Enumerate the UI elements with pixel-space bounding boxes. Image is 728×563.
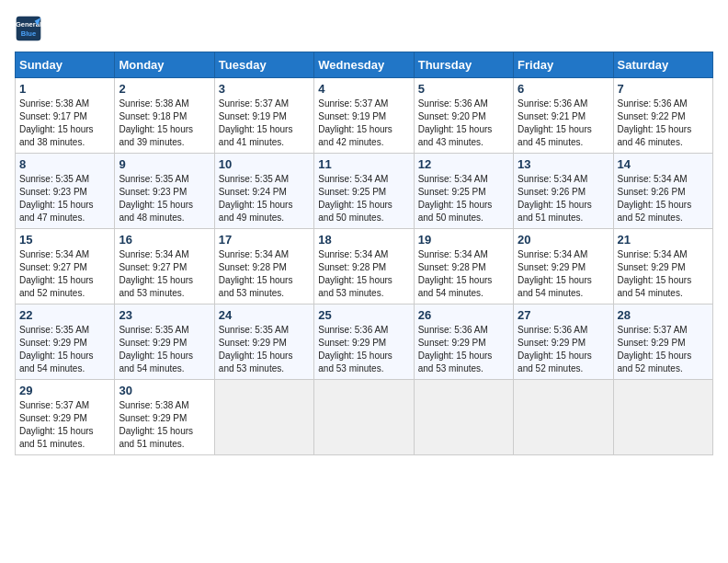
sunset-text: Sunset: 9:25 PM bbox=[318, 187, 386, 197]
sunrise-text: Sunrise: 5:37 AM bbox=[19, 400, 89, 410]
calendar-day-cell: 29Sunrise: 5:37 AMSunset: 9:29 PMDayligh… bbox=[16, 380, 115, 455]
sunset-text: Sunset: 9:21 PM bbox=[518, 111, 586, 121]
day-info: Sunrise: 5:38 AMSunset: 9:17 PMDaylight:… bbox=[19, 98, 110, 149]
sunrise-text: Sunrise: 5:36 AM bbox=[518, 325, 587, 335]
day-number: 23 bbox=[119, 308, 210, 322]
sunset-text: Sunset: 9:23 PM bbox=[19, 187, 87, 197]
sunrise-text: Sunrise: 5:34 AM bbox=[518, 249, 587, 259]
calendar-day-cell: 9Sunrise: 5:35 AMSunset: 9:23 PMDaylight… bbox=[115, 154, 214, 229]
day-number: 11 bbox=[318, 157, 409, 171]
daylight-text: Daylight: 15 hours and 52 minutes. bbox=[618, 200, 692, 223]
sunset-text: Sunset: 9:19 PM bbox=[318, 111, 386, 121]
calendar-day-cell: 28Sunrise: 5:37 AMSunset: 9:29 PMDayligh… bbox=[613, 304, 712, 380]
calendar-day-cell: 18Sunrise: 5:34 AMSunset: 9:28 PMDayligh… bbox=[314, 229, 414, 304]
header-day: Saturday bbox=[613, 52, 712, 78]
sunset-text: Sunset: 9:29 PM bbox=[518, 338, 586, 348]
calendar-day-cell: 8Sunrise: 5:35 AMSunset: 9:23 PMDaylight… bbox=[16, 154, 115, 229]
calendar-header: SundayMondayTuesdayWednesdayThursdayFrid… bbox=[16, 52, 713, 78]
sunset-text: Sunset: 9:29 PM bbox=[418, 338, 486, 348]
day-number: 30 bbox=[119, 384, 210, 397]
sunrise-text: Sunrise: 5:36 AM bbox=[618, 98, 688, 109]
day-info: Sunrise: 5:34 AMSunset: 9:25 PMDaylight:… bbox=[318, 173, 409, 224]
day-number: 3 bbox=[219, 82, 310, 96]
daylight-text: Daylight: 15 hours and 46 minutes. bbox=[618, 124, 692, 147]
sunset-text: Sunset: 9:23 PM bbox=[119, 187, 187, 197]
day-number: 21 bbox=[618, 233, 709, 247]
header-day: Tuesday bbox=[214, 52, 313, 78]
sunrise-text: Sunrise: 5:38 AM bbox=[19, 98, 89, 109]
day-info: Sunrise: 5:36 AMSunset: 9:29 PMDaylight:… bbox=[518, 324, 609, 375]
day-number: 19 bbox=[418, 233, 509, 247]
calendar-day-cell: 22Sunrise: 5:35 AMSunset: 9:29 PMDayligh… bbox=[16, 304, 115, 380]
logo: General Blue bbox=[15, 15, 46, 42]
sunset-text: Sunset: 9:29 PM bbox=[518, 262, 586, 272]
sunset-text: Sunset: 9:29 PM bbox=[318, 338, 386, 348]
calendar-day-cell: 23Sunrise: 5:35 AMSunset: 9:29 PMDayligh… bbox=[115, 304, 214, 380]
header-day: Thursday bbox=[414, 52, 513, 78]
daylight-text: Daylight: 15 hours and 43 minutes. bbox=[418, 124, 493, 147]
calendar-day-cell: 19Sunrise: 5:34 AMSunset: 9:28 PMDayligh… bbox=[414, 229, 513, 304]
day-info: Sunrise: 5:34 AMSunset: 9:28 PMDaylight:… bbox=[219, 248, 310, 300]
header-row: SundayMondayTuesdayWednesdayThursdayFrid… bbox=[16, 52, 713, 78]
calendar-day-cell: 7Sunrise: 5:36 AMSunset: 9:22 PMDaylight… bbox=[613, 78, 712, 154]
day-number: 1 bbox=[19, 82, 110, 96]
day-number: 18 bbox=[318, 233, 409, 247]
header-day: Monday bbox=[115, 52, 214, 78]
daylight-text: Daylight: 15 hours and 52 minutes. bbox=[618, 350, 692, 373]
daylight-text: Daylight: 15 hours and 53 minutes. bbox=[219, 350, 293, 373]
calendar-day-cell: 12Sunrise: 5:34 AMSunset: 9:25 PMDayligh… bbox=[414, 154, 513, 229]
calendar-day-cell bbox=[214, 380, 313, 455]
calendar-day-cell: 3Sunrise: 5:37 AMSunset: 9:19 PMDaylight… bbox=[214, 78, 313, 154]
sunrise-text: Sunrise: 5:34 AM bbox=[119, 249, 188, 259]
calendar-day-cell: 1Sunrise: 5:38 AMSunset: 9:17 PMDaylight… bbox=[16, 78, 115, 154]
day-info: Sunrise: 5:37 AMSunset: 9:19 PMDaylight:… bbox=[219, 98, 310, 149]
day-number: 15 bbox=[19, 233, 110, 247]
calendar-day-cell: 26Sunrise: 5:36 AMSunset: 9:29 PMDayligh… bbox=[414, 304, 513, 380]
calendar-week-row: 22Sunrise: 5:35 AMSunset: 9:29 PMDayligh… bbox=[16, 304, 713, 380]
sunset-text: Sunset: 9:18 PM bbox=[119, 111, 187, 121]
day-info: Sunrise: 5:38 AMSunset: 9:18 PMDaylight:… bbox=[119, 98, 210, 149]
sunrise-text: Sunrise: 5:35 AM bbox=[119, 325, 188, 335]
sunrise-text: Sunrise: 5:34 AM bbox=[19, 249, 89, 259]
calendar-day-cell: 20Sunrise: 5:34 AMSunset: 9:29 PMDayligh… bbox=[514, 229, 613, 304]
day-number: 28 bbox=[618, 308, 709, 322]
sunset-text: Sunset: 9:26 PM bbox=[518, 187, 586, 197]
sunrise-text: Sunrise: 5:34 AM bbox=[618, 249, 688, 259]
daylight-text: Daylight: 15 hours and 49 minutes. bbox=[219, 200, 293, 223]
day-info: Sunrise: 5:35 AMSunset: 9:24 PMDaylight:… bbox=[219, 173, 310, 224]
sunrise-text: Sunrise: 5:34 AM bbox=[318, 249, 388, 259]
day-info: Sunrise: 5:34 AMSunset: 9:28 PMDaylight:… bbox=[318, 248, 409, 300]
calendar-week-row: 8Sunrise: 5:35 AMSunset: 9:23 PMDaylight… bbox=[16, 154, 713, 229]
sunset-text: Sunset: 9:29 PM bbox=[19, 338, 87, 348]
daylight-text: Daylight: 15 hours and 48 minutes. bbox=[119, 200, 193, 223]
calendar-day-cell: 25Sunrise: 5:36 AMSunset: 9:29 PMDayligh… bbox=[314, 304, 414, 380]
sunset-text: Sunset: 9:29 PM bbox=[618, 262, 686, 272]
sunset-text: Sunset: 9:26 PM bbox=[618, 187, 686, 197]
sunrise-text: Sunrise: 5:34 AM bbox=[518, 174, 587, 184]
header-day: Friday bbox=[514, 52, 613, 78]
sunrise-text: Sunrise: 5:36 AM bbox=[518, 98, 587, 109]
sunrise-text: Sunrise: 5:38 AM bbox=[119, 98, 188, 109]
day-number: 12 bbox=[418, 157, 509, 171]
day-number: 26 bbox=[418, 308, 509, 322]
day-info: Sunrise: 5:36 AMSunset: 9:21 PMDaylight:… bbox=[518, 98, 609, 149]
daylight-text: Daylight: 15 hours and 50 minutes. bbox=[418, 200, 493, 223]
day-info: Sunrise: 5:35 AMSunset: 9:23 PMDaylight:… bbox=[19, 173, 110, 224]
daylight-text: Daylight: 15 hours and 38 minutes. bbox=[19, 124, 94, 147]
sunrise-text: Sunrise: 5:36 AM bbox=[418, 325, 488, 335]
sunset-text: Sunset: 9:28 PM bbox=[318, 262, 386, 272]
sunrise-text: Sunrise: 5:35 AM bbox=[19, 174, 89, 184]
sunset-text: Sunset: 9:19 PM bbox=[219, 111, 287, 121]
sunset-text: Sunset: 9:29 PM bbox=[119, 338, 187, 348]
day-number: 29 bbox=[19, 384, 110, 397]
day-number: 14 bbox=[618, 157, 709, 171]
daylight-text: Daylight: 15 hours and 54 minutes. bbox=[518, 275, 592, 298]
day-number: 8 bbox=[19, 157, 110, 171]
sunset-text: Sunset: 9:29 PM bbox=[119, 413, 187, 423]
daylight-text: Daylight: 15 hours and 41 minutes. bbox=[219, 124, 293, 147]
day-info: Sunrise: 5:35 AMSunset: 9:29 PMDaylight:… bbox=[119, 324, 210, 375]
daylight-text: Daylight: 15 hours and 53 minutes. bbox=[418, 350, 493, 373]
header-day: Sunday bbox=[16, 52, 115, 78]
daylight-text: Daylight: 15 hours and 52 minutes. bbox=[518, 350, 592, 373]
day-number: 13 bbox=[518, 157, 609, 171]
